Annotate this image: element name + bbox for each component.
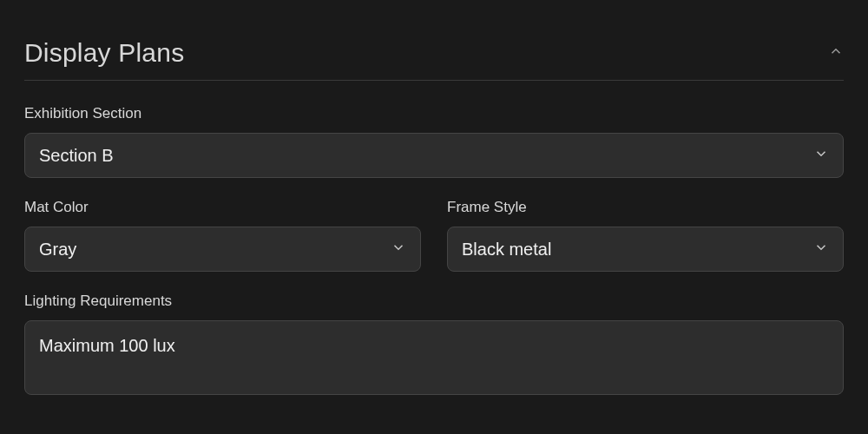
lighting-label: Lighting Requirements [24, 293, 844, 310]
lighting-field: Lighting Requirements [24, 293, 844, 395]
collapse-icon[interactable] [828, 43, 844, 62]
section-title: Display Plans [24, 38, 184, 68]
chevron-down-icon [813, 146, 829, 165]
chevron-down-icon [391, 240, 406, 259]
form-area: Exhibition Section Section B Mat Color G… [24, 81, 844, 395]
lighting-textarea[interactable] [24, 320, 844, 395]
exhibition-section-value: Section B [39, 146, 813, 166]
mat-color-select[interactable]: Gray [24, 227, 421, 272]
frame-style-value: Black metal [462, 240, 813, 260]
exhibition-section-label: Exhibition Section [24, 105, 844, 122]
section-header: Display Plans [24, 0, 844, 81]
exhibition-section-field: Exhibition Section Section B [24, 105, 844, 178]
mat-color-label: Mat Color [24, 199, 421, 216]
frame-style-select[interactable]: Black metal [447, 227, 844, 272]
chevron-down-icon [813, 240, 829, 259]
frame-style-field: Frame Style Black metal [447, 199, 844, 272]
frame-style-label: Frame Style [447, 199, 844, 216]
mat-color-value: Gray [39, 240, 391, 260]
mat-color-field: Mat Color Gray [24, 199, 421, 272]
exhibition-section-select[interactable]: Section B [24, 133, 844, 178]
